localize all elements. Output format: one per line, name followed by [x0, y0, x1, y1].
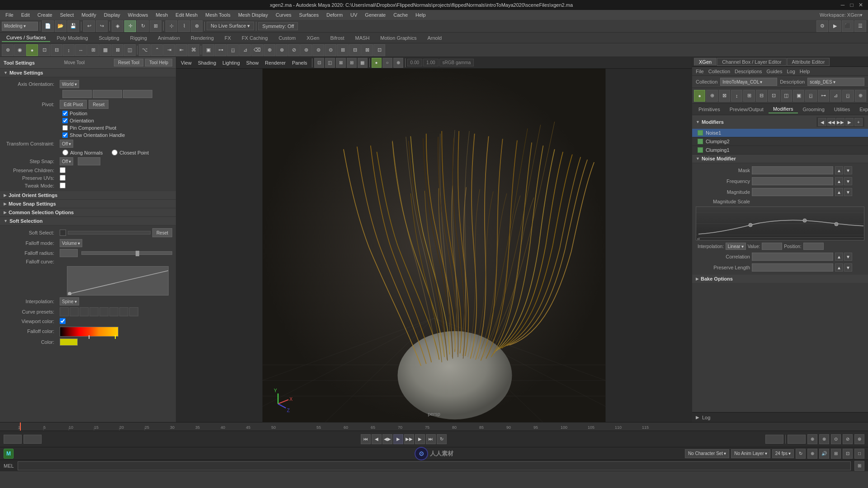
modifier-item-clumping1[interactable]: Clumping1 — [692, 146, 868, 155]
falloff-curve-container[interactable] — [67, 266, 169, 296]
tool-icon-17[interactable]: ▣ — [203, 44, 214, 56]
tool-icon-7[interactable]: ↔ — [75, 44, 87, 56]
tweak-mode-checkbox[interactable] — [60, 183, 66, 188]
step-snap-dropdown[interactable]: Off ▾ — [60, 157, 73, 165]
playback-end-input[interactable]: 500 — [788, 435, 806, 444]
menu-help[interactable]: Help — [412, 11, 429, 19]
subtab-utilities[interactable]: Utilities — [830, 106, 854, 113]
falloff-mode-dropdown[interactable]: Volume ▾ — [60, 239, 82, 247]
y-input[interactable]: 0.0000 — [93, 90, 122, 98]
tool-icon-1[interactable]: ⊕ — [2, 44, 14, 56]
interp-dropdown[interactable]: Linear ▾ — [726, 243, 746, 250]
tab-xgen[interactable]: XGen — [302, 34, 324, 42]
color-swatch[interactable] — [60, 338, 78, 346]
status-icon-3[interactable]: 🔊 — [819, 449, 829, 459]
play-button[interactable]: ▶ — [393, 434, 403, 444]
mel-btn-1[interactable]: ⊞ — [854, 461, 864, 471]
bake-options-section[interactable]: ▶ Bake Options — [692, 275, 868, 283]
clumping1-checkbox[interactable] — [698, 147, 703, 153]
modifier-nav-4[interactable]: ▶ — [845, 118, 854, 126]
status-icon-4[interactable]: ⊞ — [831, 449, 841, 459]
workspace-label[interactable]: Workspace: XGen▾ — [816, 12, 866, 18]
menu-create[interactable]: Create — [34, 11, 56, 19]
no-live-surface-indicator[interactable]: No Live Surface ▾ — [207, 22, 254, 30]
viewport[interactable]: View Shading Lighting Show Renderer Pane… — [176, 57, 692, 422]
panels-button[interactable]: Panels — [289, 59, 310, 66]
menu-cache[interactable]: Cache — [390, 11, 411, 19]
menu-deform[interactable]: Deform — [323, 11, 346, 19]
tool-icon-21[interactable]: ⌫ — [251, 44, 263, 56]
viewport-color-checkbox[interactable] — [60, 318, 66, 324]
curve-preset-6[interactable] — [109, 307, 118, 316]
tab-poly-modeling[interactable]: Poly Modeling — [52, 34, 92, 42]
tool-icon-10[interactable]: ⊠ — [112, 44, 123, 56]
tool-icon-30[interactable]: ⊠ — [361, 44, 373, 56]
xgen-menu-guides[interactable]: Guides — [767, 69, 783, 74]
xgen-icon-4[interactable]: ↕ — [731, 90, 742, 102]
tool-help-button[interactable]: Tool Help — [145, 59, 172, 66]
menu-mesh-display[interactable]: Mesh Display — [235, 11, 272, 19]
xgen-tab-attribute-editor[interactable]: Attribute Editor — [787, 58, 830, 66]
position-checkbox[interactable] — [62, 111, 68, 116]
menu-curves[interactable]: Curves — [272, 11, 295, 19]
renderer-button[interactable]: Renderer — [262, 59, 288, 66]
vp-icon-3[interactable]: ⊠ — [336, 58, 346, 68]
description-dropdown[interactable]: scalp_DES ▾ — [807, 78, 864, 86]
tool-icon-11[interactable]: ◫ — [124, 44, 136, 56]
curve-preset-2[interactable] — [70, 307, 79, 316]
curve-preset-5[interactable] — [99, 307, 108, 316]
preserve-children-checkbox[interactable] — [60, 167, 66, 173]
mag-btn-2[interactable]: ▼ — [844, 188, 852, 196]
tool-icon-9[interactable]: ▦ — [99, 44, 111, 56]
ipr-render-icon[interactable]: ⬛ — [842, 20, 854, 32]
subtab-grooming[interactable]: Grooming — [798, 106, 829, 113]
xgen-icon-12[interactable]: ⊿ — [830, 90, 841, 102]
xgen-icon-6[interactable]: ⊟ — [756, 90, 767, 102]
display-settings-icon[interactable]: ☰ — [854, 20, 866, 32]
menu-select[interactable]: Select — [57, 11, 78, 19]
xgen-icon-11[interactable]: ⊶ — [818, 90, 829, 102]
mask-btn-1[interactable]: ▲ — [835, 166, 843, 174]
subtab-expressions[interactable]: Expressions — [855, 106, 868, 113]
new-scene-icon[interactable]: 📄 — [42, 20, 54, 32]
maximize-button[interactable]: □ — [848, 1, 855, 9]
curve-preset-1[interactable] — [60, 307, 69, 316]
preserve-length-input[interactable]: 0.0 — [752, 263, 833, 272]
transport-settings-1[interactable]: ⊕ — [807, 434, 817, 444]
menu-mesh[interactable]: Mesh — [152, 11, 171, 19]
tab-rendering[interactable]: Rendering — [186, 34, 218, 42]
menu-edit[interactable]: Edit — [18, 11, 33, 19]
tab-custom[interactable]: Custom — [274, 34, 300, 42]
curve-preset-3[interactable] — [80, 307, 89, 316]
tool-icon-2[interactable]: ◉ — [14, 44, 26, 56]
soft-select-slider[interactable] — [68, 231, 151, 235]
vp-icon-7[interactable]: ○ — [382, 58, 392, 68]
render-icon[interactable]: ▶ — [829, 20, 841, 32]
menu-edit-mesh[interactable]: Edit Mesh — [172, 11, 201, 19]
freq-btn-2[interactable]: ▼ — [844, 177, 852, 185]
rotate-icon[interactable]: ↻ — [137, 20, 149, 32]
tool-icon-27[interactable]: ⊝ — [325, 44, 336, 56]
transport-settings-3[interactable]: ⊙ — [831, 434, 841, 444]
modifiers-header[interactable]: ▼ Modifiers ◀ ◀◀ ▶▶ ▶ + — [692, 115, 868, 129]
tool-icon-4[interactable]: ⊡ — [38, 44, 50, 56]
pin-component-checkbox[interactable] — [62, 125, 68, 131]
xgen-menu-descriptions[interactable]: Descriptions — [735, 69, 762, 74]
status-icon-1[interactable]: ↻ — [796, 449, 806, 459]
view-button[interactable]: View — [178, 59, 194, 66]
mag-btn-1[interactable]: ▲ — [835, 188, 843, 196]
tool-icon-20[interactable]: ⊿ — [239, 44, 251, 56]
menu-file[interactable]: File — [2, 11, 17, 19]
falloff-radius-input[interactable]: 0.65 — [60, 249, 78, 257]
tool-icon-12[interactable]: ⌥ — [139, 44, 151, 56]
log-panel[interactable]: ▶ Log — [692, 412, 868, 422]
save-scene-icon[interactable]: 💾 — [67, 20, 79, 32]
frequency-input[interactable]: 5 — [752, 177, 833, 185]
fps-dropdown[interactable]: 24 fps ▾ — [772, 449, 794, 458]
tool-icon-5[interactable]: ⊟ — [51, 44, 62, 56]
tool-icon-28[interactable]: ⊞ — [337, 44, 349, 56]
common-selection-section[interactable]: ▶ Common Selection Options — [0, 208, 176, 217]
edit-pivot-button[interactable]: Edit Pivot — [60, 100, 87, 109]
prev-frame-button[interactable]: ◀ — [372, 434, 382, 444]
xgen-menu-help[interactable]: Help — [800, 69, 810, 74]
